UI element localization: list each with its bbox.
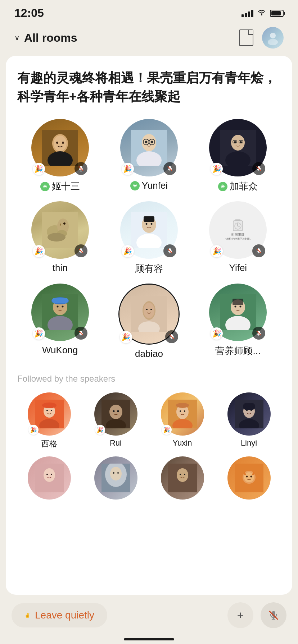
svg-point-1 (270, 33, 276, 38)
follower-item[interactable]: 🎉 西格 (17, 392, 81, 449)
chevron-down-icon[interactable]: ∨ (14, 33, 20, 42)
speaker-item[interactable]: 🎉 ✳ Yunfei (106, 119, 191, 193)
speaker-item[interactable]: 🎉 ✳ 加菲众 (195, 119, 281, 193)
speaker-avatar-wrap: 🎉 (209, 284, 267, 341)
svg-point-117 (246, 476, 248, 478)
svg-point-43 (150, 223, 152, 225)
speaker-name: dabiao (135, 348, 163, 359)
mute-badge (74, 244, 87, 257)
svg-point-82 (51, 410, 52, 411)
svg-point-34 (63, 222, 66, 225)
svg-point-0 (261, 14, 262, 15)
follower-avatar-wrap (28, 456, 71, 500)
plus-icon: + (237, 609, 244, 622)
speaker-badge: 🎉 (122, 245, 134, 257)
mod-badge: ✳ (218, 182, 227, 191)
svg-point-118 (250, 476, 252, 478)
svg-point-66 (146, 309, 148, 310)
mute-badge (163, 162, 176, 175)
main-card: 有趣的灵魂终将相遇！果壳重启万有青年烩，科学青年+各种青年在线聚起 (6, 56, 292, 595)
svg-point-6 (54, 135, 67, 151)
svg-point-92 (180, 410, 181, 412)
all-rooms-label[interactable]: All rooms (24, 31, 77, 45)
mute-badge (252, 244, 265, 257)
status-icons (241, 9, 284, 18)
follower-item[interactable] (217, 456, 281, 502)
follower-avatar (28, 456, 71, 500)
status-time: 12:05 (14, 6, 44, 20)
follower-badge: 🎉 (28, 425, 39, 435)
followers-grid: 🎉 西格 (17, 392, 281, 502)
speaker-item[interactable]: 时间限额"相机"的使用已达到限. 🎉 (195, 201, 281, 275)
leave-quietly-button[interactable]: ✌️ Leave quietly (12, 603, 107, 627)
mod-badge: ✳ (130, 181, 140, 190)
add-button[interactable]: + (227, 602, 253, 628)
svg-point-42 (145, 223, 147, 225)
follower-item[interactable] (84, 456, 148, 502)
speaker-avatar-wrap: 🎉 (209, 119, 267, 176)
speaker-badge: 🎉 (33, 163, 45, 175)
speakers-grid: 🎉 ✳ 姬十三 (17, 119, 281, 359)
svg-point-83 (42, 402, 57, 408)
follower-item[interactable] (150, 456, 214, 502)
svg-point-15 (150, 141, 153, 143)
speaker-name: WuKong (42, 345, 78, 356)
follower-item[interactable]: 🎉 Yuxin (150, 392, 214, 449)
speaker-item[interactable]: 🎉 营养师顾... (195, 284, 281, 359)
svg-point-73 (235, 306, 236, 308)
svg-point-57 (62, 306, 63, 308)
speaker-badge: 🎉 (33, 327, 45, 340)
speaker-badge: 🎉 (211, 163, 223, 175)
speaker-item[interactable]: 🎉 dabiao (106, 284, 191, 359)
svg-point-88 (117, 410, 119, 412)
peace-icon: ✌️ (24, 613, 31, 618)
follower-item[interactable]: 🎉 Rui (84, 392, 148, 449)
svg-point-87 (113, 410, 114, 412)
speaker-badge: 🎉 (33, 245, 45, 257)
follower-item[interactable]: Linyi (217, 392, 281, 449)
speaker-avatar-wrap: 时间限额"相机"的使用已达到限. 🎉 (209, 201, 267, 259)
follower-avatar-wrap: 🎉 (94, 392, 137, 436)
speakers-section: 🎉 ✳ 姬十三 (17, 119, 281, 359)
speaker-item[interactable]: 🎉 thin (17, 201, 103, 275)
follower-avatar-wrap (227, 456, 271, 500)
follower-name: 西格 (41, 438, 57, 449)
speaker-item[interactable]: 🎉 顾有容 (106, 201, 191, 275)
bottom-right-actions: + (227, 602, 286, 628)
speaker-badge: 🎉 (120, 331, 132, 343)
mute-badge (165, 330, 178, 343)
user-avatar[interactable] (262, 27, 284, 49)
follower-avatar (227, 392, 271, 436)
speaker-avatar-wrap: 🎉 (120, 119, 178, 176)
speaker-name: thin (53, 262, 68, 273)
mod-badge: ✳ (40, 182, 50, 191)
svg-point-107 (110, 467, 122, 480)
svg-point-67 (150, 309, 152, 310)
mute-mic-button[interactable] (261, 602, 286, 628)
speaker-item[interactable]: 🎉 WuKong (17, 284, 103, 359)
speaker-badge: 🎉 (211, 327, 223, 340)
speaker-badge: 🎉 (211, 245, 223, 257)
signal-icon (241, 9, 253, 17)
nav-left[interactable]: ∨ All rooms (14, 31, 77, 45)
follower-avatar (161, 456, 204, 500)
svg-point-108 (113, 472, 114, 474)
speaker-item[interactable]: 🎉 ✳ 姬十三 (17, 119, 103, 193)
home-indicator (124, 638, 174, 640)
svg-point-93 (184, 410, 185, 412)
follower-avatar (94, 456, 137, 500)
follower-name: Yuxin (173, 438, 192, 448)
bottom-bar: ✌️ Leave quietly + (0, 597, 298, 644)
follower-avatar-wrap (94, 456, 137, 500)
svg-rect-75 (232, 299, 243, 305)
document-icon[interactable] (239, 29, 253, 46)
svg-point-35 (48, 233, 66, 242)
mute-badge (252, 327, 265, 340)
mute-badge (74, 162, 87, 175)
mute-badge (163, 244, 176, 257)
svg-point-81 (46, 410, 48, 411)
svg-point-112 (180, 474, 181, 475)
svg-point-7 (56, 142, 58, 144)
follower-item[interactable] (17, 456, 81, 502)
svg-point-14 (145, 141, 147, 143)
